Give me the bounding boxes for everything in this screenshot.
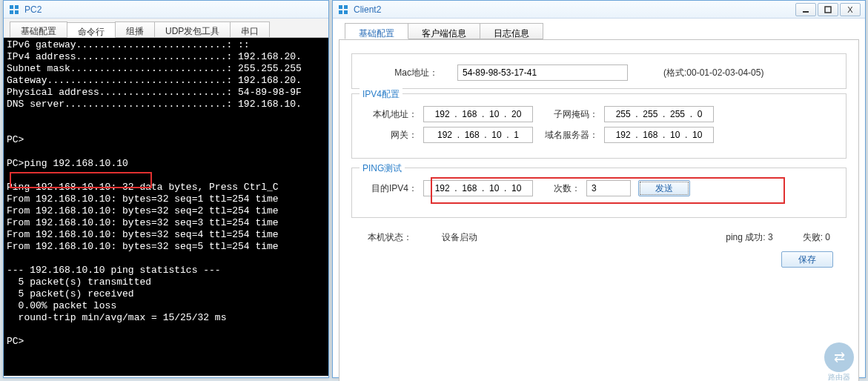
mac-hint: (格式:00-01-02-03-04-05) (663, 67, 763, 79)
pc2-titlebar[interactable]: PC2 (4, 1, 328, 19)
save-button[interactable]: 保存 (781, 251, 833, 268)
local-ip-input[interactable] (423, 106, 533, 122)
minimize-button[interactable] (795, 3, 816, 16)
status-row: 本机状态： 设备启动 ping 成功: 3 失败: 0 (345, 227, 852, 244)
mask-input[interactable] (604, 106, 714, 122)
dns-label: 域名服务器： (542, 129, 604, 142)
mac-label: Mac地址： (382, 67, 444, 79)
send-button[interactable]: 发送 (638, 180, 690, 196)
ping-count-input[interactable] (586, 180, 631, 196)
tab-serial[interactable]: 串口 (230, 21, 270, 37)
ping-success: ping 成功: 3 (726, 231, 772, 244)
window-controls: X (795, 3, 861, 16)
tab-udp[interactable]: UDP发包工具 (154, 21, 231, 37)
ipv4-fieldset: IPV4配置 本机地址： 子网掩码： 网关： 域名服务器： (351, 93, 847, 159)
client2-body: Mac地址： (格式:00-01-02-03-04-05) IPV4配置 本机地… (339, 39, 859, 381)
ping-fieldset: PING测试 目的IPV4： 次数： 发送 (351, 168, 847, 218)
app-icon (337, 4, 349, 16)
local-ip-label: 本机地址： (361, 108, 423, 121)
mac-input[interactable] (457, 64, 628, 81)
tab-basic-config[interactable]: 基础配置 (345, 23, 408, 39)
gateway-label: 网关： (361, 129, 423, 142)
ping-fail: 失败: 0 (803, 231, 830, 244)
gateway-input[interactable] (423, 127, 533, 143)
ping-legend: PING测试 (360, 162, 405, 175)
terminal-output[interactable]: IPv6 gateway..........................: … (4, 38, 328, 376)
pc2-title: PC2 (24, 4, 324, 15)
ping-target-input[interactable] (423, 180, 533, 196)
mask-label: 子网掩码： (542, 108, 604, 121)
tab-log-info[interactable]: 日志信息 (480, 23, 543, 39)
dns-input[interactable] (604, 127, 714, 143)
client2-window: Client2 X 基础配置 客户端信息 日志信息 Mac地址： (格式:00-… (332, 0, 866, 378)
watermark: ⇄ 路由器 (813, 342, 865, 377)
machine-status-value: 设备启动 (442, 231, 477, 244)
client2-title: Client2 (354, 4, 795, 15)
ipv4-legend: IPV4配置 (360, 88, 402, 101)
mac-section: Mac地址： (格式:00-01-02-03-04-05) (351, 53, 847, 89)
machine-status-label: 本机状态： (368, 231, 412, 244)
ping-target-label: 目的IPV4： (361, 182, 423, 195)
ping-count-label: 次数： (542, 182, 586, 195)
svg-rect-1 (825, 7, 831, 13)
tab-basic[interactable]: 基础配置 (10, 21, 67, 37)
pc2-window: PC2 基础配置 命令行 组播 UDP发包工具 串口 IPv6 gateway.… (3, 0, 329, 378)
tab-multicast[interactable]: 组播 (115, 21, 155, 37)
svg-rect-0 (803, 11, 809, 13)
client2-titlebar[interactable]: Client2 X (333, 1, 865, 19)
client2-tabbar: 基础配置 客户端信息 日志信息 (333, 19, 865, 39)
pc2-tabbar: 基础配置 命令行 组播 UDP发包工具 串口 (4, 19, 328, 38)
tab-cli[interactable]: 命令行 (67, 22, 116, 38)
close-button[interactable]: X (840, 3, 861, 16)
app-icon (8, 4, 20, 16)
maximize-button[interactable] (818, 3, 838, 16)
tab-client-info[interactable]: 客户端信息 (408, 23, 480, 39)
